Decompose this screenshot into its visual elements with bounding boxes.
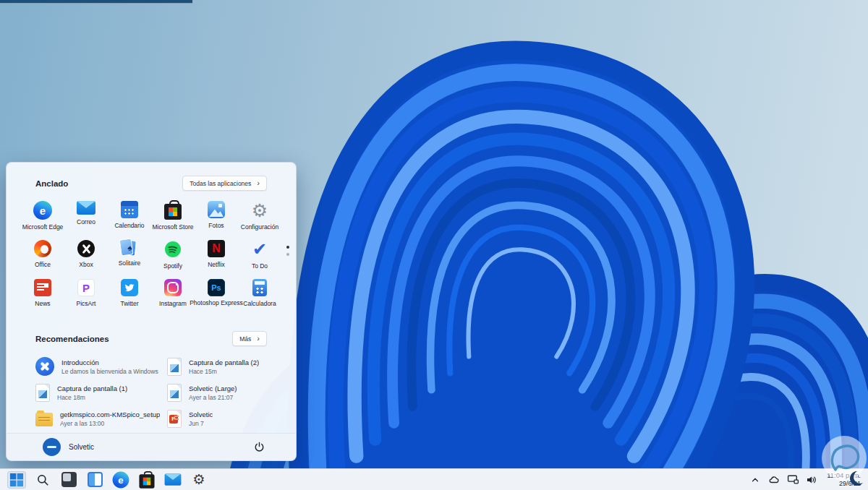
power-icon bbox=[254, 442, 265, 452]
solitaire-icon: ♠ bbox=[122, 239, 136, 257]
recommended-item-solvetic-ppt[interactable]: P Solvetic Jun 7 bbox=[167, 405, 267, 431]
recommended-item-solvetic-large[interactable]: Solvetic (Large) Ayer a las 21:07 bbox=[167, 379, 267, 405]
chevron-right-icon: › bbox=[257, 335, 260, 343]
pinned-app-netflix[interactable]: N Netflix bbox=[195, 238, 238, 278]
more-label: Más bbox=[239, 335, 251, 343]
pinned-app-configuracion[interactable]: ⚙ Configuración bbox=[238, 199, 281, 238]
user-name[interactable]: Solvetic bbox=[69, 443, 94, 451]
clock[interactable]: 11:04 p. m. 29/6/21 bbox=[827, 471, 861, 487]
pinned-app-xbox[interactable]: Xbox bbox=[64, 238, 108, 278]
power-button[interactable] bbox=[250, 438, 268, 457]
office-icon bbox=[34, 240, 51, 257]
search-button[interactable] bbox=[33, 471, 52, 489]
rec-subtitle: Le damos la bienvenida a Windows bbox=[61, 368, 158, 375]
user-avatar[interactable] bbox=[43, 438, 61, 456]
pinned-app-picsart[interactable]: P PicsArt bbox=[64, 278, 108, 322]
instagram-icon bbox=[164, 279, 182, 296]
edge-icon: e bbox=[33, 201, 52, 220]
pinned-app-instagram[interactable]: Instagram bbox=[151, 278, 195, 322]
rec-title: Captura de pantalla (1) bbox=[57, 384, 127, 392]
mail-icon bbox=[165, 473, 182, 486]
more-button[interactable]: Más › bbox=[232, 331, 267, 346]
top-dark-strip bbox=[0, 0, 192, 4]
recommended-header: Recomendaciones bbox=[35, 335, 109, 343]
recommended-item-captura-2[interactable]: Captura de pantalla (2) Hace 15m bbox=[167, 353, 267, 379]
netflix-icon: N bbox=[208, 240, 225, 257]
pinned-app-microsoft-edge[interactable]: e Microsoft Edge bbox=[21, 199, 64, 238]
recommended-item-introduccion[interactable]: Introducción Le damos la bienvenida a Wi… bbox=[35, 353, 160, 379]
rec-subtitle: Hace 15m bbox=[189, 368, 259, 375]
task-view-button[interactable] bbox=[59, 471, 78, 489]
all-apps-label: Todas las aplicaciones bbox=[190, 180, 251, 187]
start-menu: Anclado Todas las aplicaciones › e Micro… bbox=[6, 162, 297, 461]
twitter-bird-icon bbox=[121, 279, 138, 296]
rec-title: Solvetic bbox=[189, 411, 213, 418]
spotify-icon bbox=[163, 240, 182, 259]
start-button[interactable] bbox=[7, 471, 26, 489]
taskbar-mail-button[interactable] bbox=[163, 471, 182, 489]
rec-subtitle: Ayer a las 13:00 bbox=[60, 420, 160, 427]
windows-logo-icon bbox=[9, 473, 24, 487]
taskbar-settings-button[interactable]: ⚙ bbox=[190, 471, 208, 489]
recommended-grid: Introducción Le damos la bienvenida a Wi… bbox=[35, 353, 267, 431]
rec-title: Captura de pantalla (2) bbox=[189, 358, 259, 366]
pinned-app-spotify[interactable]: Spotify bbox=[151, 238, 195, 278]
zip-folder-icon bbox=[35, 413, 53, 426]
powerpoint-file-icon: P bbox=[167, 410, 182, 428]
all-apps-button[interactable]: Todas las aplicaciones › bbox=[182, 176, 267, 191]
rec-subtitle: Jun 7 bbox=[189, 420, 213, 427]
rec-subtitle: Hace 18m bbox=[57, 394, 127, 401]
photoshop-express-icon: Ps bbox=[208, 279, 225, 296]
user-bar: Solvetic bbox=[7, 433, 296, 460]
pinned-app-calculadora[interactable]: Calculadora bbox=[238, 278, 281, 322]
photos-icon bbox=[208, 201, 225, 218]
store-icon bbox=[139, 474, 154, 488]
time-text: 11:04 bbox=[827, 471, 843, 479]
settings-gear-icon: ⚙ bbox=[191, 471, 208, 488]
settings-gear-icon: ⚙ bbox=[250, 201, 269, 220]
recommended-item-captura-1[interactable]: Captura de pantalla (1) Hace 18m bbox=[35, 379, 160, 405]
pinned-app-fotos[interactable]: Fotos bbox=[195, 199, 238, 238]
get-started-icon bbox=[35, 357, 54, 376]
calendar-icon bbox=[121, 201, 138, 218]
news-icon bbox=[34, 279, 51, 296]
system-tray: 11:04 p. m. 29/6/21 bbox=[749, 469, 861, 490]
chevron-right-icon: › bbox=[257, 179, 260, 187]
pinned-apps-grid: e Microsoft Edge Correo Calendario Micro… bbox=[21, 199, 296, 322]
desktop: Anclado Todas las aplicaciones › e Micro… bbox=[0, 0, 868, 490]
search-icon bbox=[36, 473, 49, 486]
onedrive-cloud-icon[interactable] bbox=[767, 473, 780, 486]
pinned-app-twitter[interactable]: Twitter bbox=[108, 278, 151, 322]
tray-chevron-up-icon[interactable] bbox=[749, 473, 762, 486]
taskbar-edge-button[interactable]: e bbox=[111, 471, 130, 489]
pinned-app-news[interactable]: News bbox=[21, 278, 64, 322]
rec-title: getkmspico.com-KMSpico_setup bbox=[60, 411, 160, 418]
todo-check-icon: ✔ bbox=[250, 240, 269, 259]
app-label: To Do bbox=[233, 262, 286, 270]
pinned-pager-dots[interactable] bbox=[286, 246, 289, 256]
taskbar: e ⚙ 11:04 p. m. 29/6/21 bbox=[0, 468, 868, 490]
rec-title: Solvetic (Large) bbox=[189, 384, 237, 392]
time-suffix: p. m. bbox=[846, 471, 861, 479]
pinned-app-correo[interactable]: Correo bbox=[64, 199, 108, 238]
pinned-app-photoshop-express[interactable]: Ps Photoshop Express bbox=[195, 278, 238, 322]
mail-icon bbox=[77, 201, 95, 215]
pinned-app-calendario[interactable]: Calendario bbox=[108, 199, 151, 238]
volume-icon[interactable] bbox=[805, 473, 818, 486]
pinned-app-solitaire[interactable]: ♠ Solitaire bbox=[108, 238, 151, 278]
recommended-item-kmspico-setup[interactable]: getkmspico.com-KMSpico_setup Ayer a las … bbox=[35, 405, 160, 431]
image-file-icon bbox=[167, 384, 182, 402]
pinned-app-to-do[interactable]: ✔ To Do bbox=[238, 238, 281, 278]
pinned-app-microsoft-store[interactable]: Microsoft Store bbox=[151, 199, 195, 238]
widgets-button[interactable] bbox=[85, 471, 104, 489]
rec-subtitle: Ayer a las 21:07 bbox=[189, 394, 237, 401]
rec-title: Introducción bbox=[61, 358, 158, 366]
image-file-icon bbox=[35, 384, 50, 402]
taskbar-store-button[interactable] bbox=[137, 471, 156, 489]
xbox-icon bbox=[77, 240, 95, 257]
network-icon[interactable] bbox=[786, 473, 799, 486]
image-file-icon bbox=[167, 358, 182, 376]
pinned-app-office[interactable]: Office bbox=[21, 238, 64, 278]
store-icon bbox=[164, 204, 182, 220]
widgets-icon bbox=[88, 472, 103, 487]
